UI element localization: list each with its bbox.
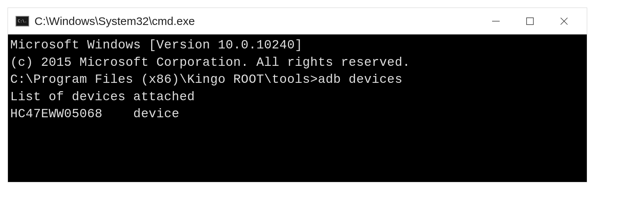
cmd-icon: C:\. xyxy=(16,16,29,26)
close-button[interactable] xyxy=(556,14,572,29)
window-title: C:\Windows\System32\cmd.exe xyxy=(34,15,488,28)
terminal-output[interactable]: Microsoft Windows [Version 10.0.10240](c… xyxy=(8,34,587,182)
banner-line-2: (c) 2015 Microsoft Corporation. All righ… xyxy=(10,54,584,71)
minimize-button[interactable] xyxy=(488,14,503,29)
svg-rect-1 xyxy=(527,18,533,25)
maximize-button[interactable] xyxy=(522,14,538,29)
prompt-line: C:\Program Files (x86)\Kingo ROOT\tools>… xyxy=(10,71,584,89)
minimize-icon xyxy=(491,17,500,26)
maximize-icon xyxy=(525,17,535,26)
banner-line-1: Microsoft Windows [Version 10.0.10240] xyxy=(10,37,584,54)
output-line-2: HC47EWW05068 device xyxy=(10,106,584,123)
cmd-window: C:\. C:\Windows\System32\cmd.exe Microso… xyxy=(8,8,587,182)
cmd-icon-label: C:\. xyxy=(18,19,27,23)
window-controls xyxy=(488,14,587,29)
title-bar[interactable]: C:\. C:\Windows\System32\cmd.exe xyxy=(8,8,587,34)
close-icon xyxy=(560,17,569,26)
output-line-1: List of devices attached xyxy=(10,89,584,106)
